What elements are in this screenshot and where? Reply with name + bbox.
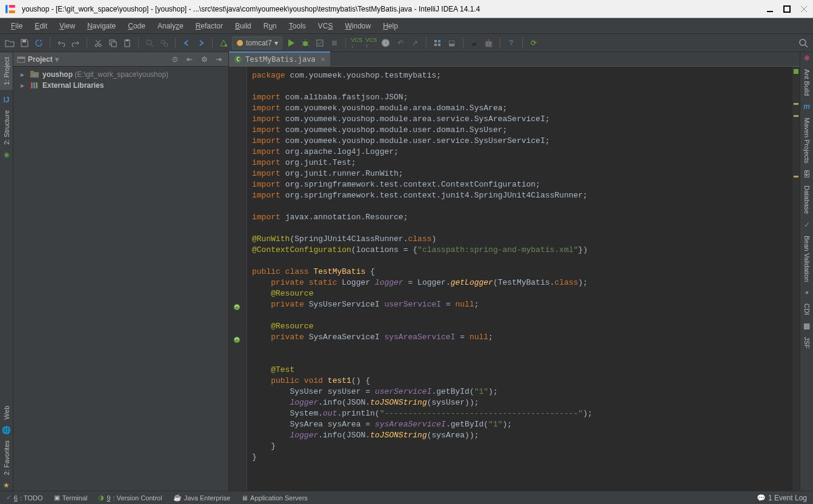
- menu-refactor[interactable]: Refactor: [191, 20, 228, 32]
- left-tab-structure[interactable]: 2: Structure: [0, 105, 13, 150]
- menu-help[interactable]: Help: [378, 20, 403, 32]
- svg-rect-2: [9, 10, 15, 13]
- debug-button[interactable]: [299, 37, 311, 49]
- svg-point-26: [800, 39, 806, 45]
- code-editor[interactable]: package com.youmeek.youshop.testmybatis;…: [247, 67, 800, 491]
- jrebel-icon[interactable]: ⟳: [528, 37, 540, 49]
- menu-view[interactable]: View: [55, 20, 80, 32]
- spring-bean-gutter-icon[interactable]: [233, 303, 241, 311]
- title-bar: youshop - [E:\git_work_space\youshop] - …: [0, 0, 813, 18]
- menu-window[interactable]: Window: [340, 20, 376, 32]
- svg-rect-7: [22, 40, 26, 42]
- redo-icon[interactable]: [70, 37, 82, 49]
- find-icon[interactable]: [144, 37, 156, 49]
- forward-icon[interactable]: [195, 37, 207, 49]
- menu-analyze[interactable]: Analyze: [153, 20, 188, 32]
- paste-icon[interactable]: [121, 37, 133, 49]
- chevron-down-icon: ▾: [55, 55, 59, 64]
- right-tab-jsf[interactable]: JSF: [800, 332, 813, 354]
- refresh-icon[interactable]: [33, 37, 45, 49]
- java-class-icon: C: [234, 55, 242, 64]
- svg-point-14: [147, 40, 151, 45]
- maximize-button[interactable]: [783, 5, 791, 13]
- android-icon[interactable]: 🤖: [483, 37, 495, 49]
- vcs-commit-icon[interactable]: VCS↑: [365, 37, 377, 49]
- warning-stripe-mark[interactable]: [794, 103, 798, 105]
- spring-bean-gutter-icon[interactable]: [233, 336, 241, 344]
- web-icon: 🌐: [0, 425, 13, 436]
- right-tool-stripe: ❋ Ant Build m Maven Projects 🗄 Database …: [800, 52, 813, 491]
- settings-gear-icon[interactable]: ⚙: [198, 53, 210, 65]
- bottom-tab-todo[interactable]: ✓6: 6: TODOTODO: [6, 494, 43, 502]
- bottom-tab-javaee[interactable]: ☕Java Enterprise: [173, 494, 230, 502]
- save-all-icon[interactable]: [18, 37, 30, 49]
- bottom-tab-appservers[interactable]: 🖥Application Servers: [241, 494, 308, 502]
- svg-point-15: [161, 40, 165, 44]
- right-tab-cdi[interactable]: CDI: [800, 299, 813, 320]
- editor-gutter[interactable]: [229, 67, 247, 491]
- coverage-icon[interactable]: [314, 37, 326, 49]
- bottom-tab-vcs[interactable]: ◑9: Version Control: [98, 494, 162, 502]
- project-structure-icon[interactable]: [431, 37, 443, 49]
- database-icon: 🗄: [800, 168, 813, 181]
- star-icon: ★: [0, 480, 13, 491]
- menu-bar: File Edit View Navigate Code Analyze Ref…: [0, 18, 813, 34]
- menu-edit[interactable]: Edit: [30, 20, 52, 32]
- cut-icon[interactable]: [92, 37, 104, 49]
- menu-run[interactable]: Run: [259, 20, 282, 32]
- project-tree: ▸ youshop (E:\git_work_space\youshop) ▸ …: [13, 67, 228, 93]
- svg-rect-21: [332, 41, 337, 45]
- right-tab-database[interactable]: Database: [800, 181, 813, 219]
- right-tab-ant[interactable]: Ant Build: [800, 64, 813, 101]
- editor-area: C TestMyBatis.java × package com.youmeek…: [229, 52, 800, 491]
- menu-tools[interactable]: Tools: [284, 20, 311, 32]
- tree-item-external-libs[interactable]: ▸ External Libraries: [13, 80, 228, 91]
- jsf-icon: ▦: [800, 320, 813, 332]
- main-toolbar: tomcat7 ▾ VCS↓ VCS↑ 🕓 ↶ ↗ ⬓ 📱 🤖 ? ⟳: [0, 34, 813, 52]
- open-icon[interactable]: [4, 37, 16, 49]
- help-icon[interactable]: ?: [505, 37, 517, 49]
- replace-icon[interactable]: [158, 37, 170, 49]
- svg-rect-11: [111, 42, 116, 47]
- collapse-all-icon[interactable]: ⇤: [184, 53, 196, 65]
- svg-point-18: [237, 40, 243, 46]
- search-everywhere-icon[interactable]: [797, 37, 809, 49]
- push-icon[interactable]: ↗: [409, 37, 421, 49]
- sdk-icon[interactable]: ⬓: [446, 37, 458, 49]
- left-tab-web[interactable]: Web: [0, 401, 13, 424]
- vcs-update-icon[interactable]: VCS↓: [351, 37, 363, 49]
- menu-code[interactable]: Code: [123, 20, 150, 32]
- avd-icon[interactable]: 📱: [468, 37, 480, 49]
- menu-navigate[interactable]: Navigate: [82, 20, 121, 32]
- project-panel-title[interactable]: Project ▾: [17, 55, 165, 64]
- menu-file[interactable]: File: [6, 20, 27, 32]
- warning-stripe-mark[interactable]: [794, 176, 798, 177]
- undo-icon[interactable]: [55, 37, 67, 49]
- menu-vcs[interactable]: VCS: [313, 20, 338, 32]
- warning-stripe-mark[interactable]: [794, 115, 798, 117]
- run-configuration-select[interactable]: tomcat7 ▾: [232, 36, 282, 50]
- minimize-button[interactable]: [766, 5, 774, 13]
- editor-tab[interactable]: C TestMyBatis.java ×: [229, 51, 330, 66]
- error-stripe[interactable]: [792, 67, 800, 491]
- scroll-from-source-icon[interactable]: ⊙: [169, 53, 181, 65]
- hide-icon[interactable]: ⇥: [213, 53, 225, 65]
- stop-icon[interactable]: [328, 37, 340, 49]
- history-icon[interactable]: 🕓: [380, 37, 392, 49]
- run-button[interactable]: [285, 37, 297, 49]
- left-tab-favorites[interactable]: 2: Favorites: [0, 436, 13, 480]
- menu-build[interactable]: Build: [230, 20, 256, 32]
- copy-icon[interactable]: [107, 37, 119, 49]
- back-icon[interactable]: [181, 37, 193, 49]
- bottom-tab-terminal[interactable]: ▣Terminal: [54, 494, 88, 502]
- close-tab-icon[interactable]: ×: [321, 55, 325, 64]
- tree-item-youshop[interactable]: ▸ youshop (E:\git_work_space\youshop): [13, 69, 228, 80]
- left-tab-project[interactable]: 1: Project: [0, 52, 13, 90]
- right-tab-maven[interactable]: Maven Projects: [800, 113, 813, 168]
- bean-validation-icon: ✓: [800, 219, 813, 231]
- close-button[interactable]: [800, 5, 808, 13]
- event-log-button[interactable]: 💬1 Event Log: [757, 494, 807, 502]
- right-tab-bean-validation[interactable]: Bean Validation: [800, 231, 813, 287]
- revert-icon[interactable]: ↶: [394, 37, 406, 49]
- make-icon[interactable]: [217, 37, 230, 49]
